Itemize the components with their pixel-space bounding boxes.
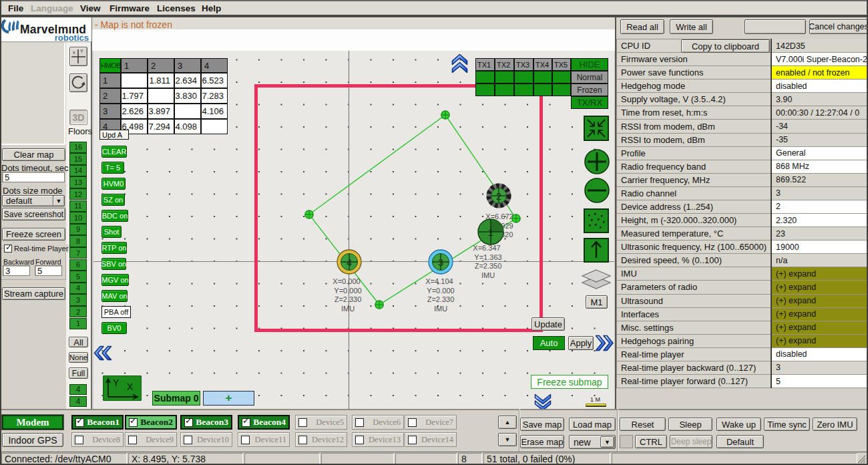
svg-text:3: 3	[438, 257, 443, 268]
svg-text:x: x	[73, 50, 75, 55]
svg-text:X=4.104: X=4.104	[425, 277, 453, 285]
svg-text:Y=0.000: Y=0.000	[334, 287, 361, 295]
svg-text:1: 1	[488, 227, 493, 238]
svg-text:2: 2	[496, 191, 501, 202]
svg-text:X=6.347: X=6.347	[473, 244, 500, 252]
svg-text:X=0.000: X=0.000	[333, 277, 360, 285]
svg-text:IMU: IMU	[434, 305, 447, 313]
svg-text:Y=1.363: Y=1.363	[474, 253, 501, 261]
svg-text:Y=0.000: Y=0.000	[427, 287, 454, 295]
svg-text:Z=2.330: Z=2.330	[335, 295, 362, 303]
svg-text:4: 4	[347, 257, 352, 268]
svg-text:Z=2.350: Z=2.350	[475, 262, 502, 270]
svg-text:Z=2.330: Z=2.330	[427, 295, 455, 303]
svg-text:Y: Y	[80, 49, 83, 53]
svg-text:X: X	[127, 381, 134, 392]
svg-text:IMU: IMU	[341, 305, 355, 313]
svg-text:IMU: IMU	[481, 271, 495, 279]
svg-text:Y: Y	[113, 377, 120, 388]
